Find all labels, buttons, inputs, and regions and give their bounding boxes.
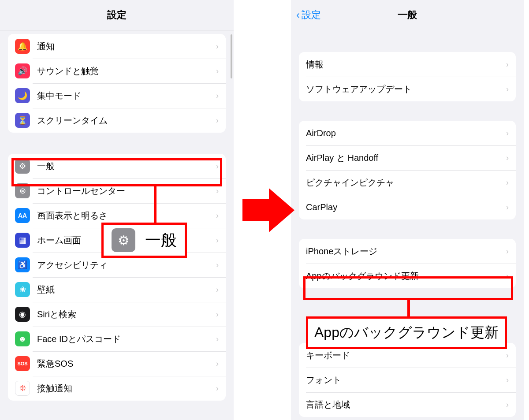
- chevron-right-icon: ›: [216, 359, 219, 368]
- row-label: サウンドと触覚: [37, 65, 216, 77]
- chevron-right-icon: ›: [216, 116, 219, 125]
- settings-group-2: ⚙ 一般 › ⊜ コントロールセンター › AA 画面表示と明るさ › ▦ ホー…: [8, 154, 226, 401]
- general-group-3: iPhoneストレージ › Appのバックグラウンド更新 ›: [299, 239, 516, 288]
- back-button[interactable]: ‹ 設定: [296, 8, 321, 22]
- row-software-update[interactable]: ソフトウェアアップデート ›: [299, 77, 516, 101]
- row-label: 集中モード: [37, 90, 216, 102]
- row-label: AirPlay と Handoff: [306, 152, 506, 164]
- row-label: 接触通知: [37, 383, 216, 394]
- row-label: CarPlay: [306, 202, 506, 212]
- row-general[interactable]: ⚙ 一般 ›: [8, 154, 226, 178]
- chevron-right-icon: ›: [216, 186, 219, 196]
- general-group-2: AirDrop › AirPlay と Handoff › ピクチャインピクチャ…: [299, 121, 516, 219]
- row-label: コントロールセンター: [37, 185, 216, 197]
- arrow-right-icon: [242, 186, 295, 234]
- row-label: 情報: [306, 59, 506, 71]
- accessibility-icon: ♿: [15, 257, 30, 272]
- row-label: ソフトウェアアップデート: [306, 83, 506, 95]
- chevron-right-icon: ›: [216, 310, 219, 319]
- hourglass-icon: ⏳: [15, 113, 30, 128]
- chevron-right-icon: ›: [506, 178, 509, 187]
- back-label: 設定: [302, 8, 321, 22]
- chevron-right-icon: ›: [216, 211, 219, 220]
- row-label: ピクチャインピクチャ: [306, 177, 506, 189]
- chevron-right-icon: ›: [216, 285, 219, 294]
- switches-icon: ⊜: [15, 183, 30, 198]
- chevron-right-icon: ›: [506, 60, 509, 69]
- row-label: アクセシビリティ: [37, 259, 216, 271]
- row-label: AirDrop: [306, 128, 506, 138]
- nav-bar: 設定: [0, 0, 234, 30]
- row-focus[interactable]: 🌙 集中モード ›: [8, 83, 226, 108]
- text-size-icon: AA: [15, 208, 30, 223]
- general-group-4: キーボード › フォント › 言語と地域 ›: [299, 343, 516, 417]
- scrollbar[interactable]: [231, 34, 232, 78]
- callout-text: Appのバックグラウンド更新: [314, 323, 499, 342]
- row-pip[interactable]: ピクチャインピクチャ ›: [299, 170, 516, 195]
- row-label: 通知: [37, 41, 216, 52]
- chevron-right-icon: ›: [216, 67, 219, 76]
- row-siri-search[interactable]: ◉ Siriと検索 ›: [8, 302, 226, 327]
- row-label: キーボード: [306, 349, 506, 361]
- chevron-right-icon: ›: [216, 42, 219, 51]
- row-wallpaper[interactable]: ❀ 壁紙 ›: [8, 277, 226, 302]
- row-label: Appのバックグラウンド更新: [306, 270, 506, 282]
- row-notifications[interactable]: 🔔 通知 ›: [8, 34, 226, 59]
- chevron-right-icon: ›: [506, 85, 509, 94]
- bell-icon: 🔔: [15, 39, 30, 54]
- row-exposure[interactable]: ❊ 接触通知 ›: [8, 376, 226, 401]
- face-id-icon: ☻: [15, 331, 30, 346]
- chevron-right-icon: ›: [506, 153, 509, 163]
- row-label: 一般: [37, 160, 216, 172]
- connector-line: [407, 300, 410, 319]
- row-airdrop[interactable]: AirDrop ›: [299, 121, 516, 145]
- chevron-right-icon: ›: [506, 247, 509, 256]
- chevron-right-icon: ›: [506, 375, 509, 385]
- row-carplay[interactable]: CarPlay ›: [299, 195, 516, 219]
- row-label: 画面表示と明るさ: [37, 210, 216, 222]
- general-group-1: 情報 › ソフトウェアアップデート ›: [299, 52, 516, 101]
- page-title: 一般: [398, 8, 417, 22]
- chevron-right-icon: ›: [506, 271, 509, 281]
- row-label: 緊急SOS: [37, 358, 216, 370]
- sos-icon: SOS: [15, 356, 30, 371]
- chevron-right-icon: ›: [216, 91, 219, 100]
- row-control-center[interactable]: ⊜ コントロールセンター ›: [8, 178, 226, 203]
- row-label: Siriと検索: [37, 308, 216, 320]
- row-background-app-refresh[interactable]: Appのバックグラウンド更新 ›: [299, 264, 516, 288]
- row-airplay-handoff[interactable]: AirPlay と Handoff ›: [299, 145, 516, 170]
- nav-bar: ‹ 設定 一般: [291, 0, 524, 30]
- siri-icon: ◉: [15, 307, 30, 322]
- chevron-right-icon: ›: [216, 162, 219, 171]
- chevron-right-icon: ›: [216, 384, 219, 393]
- row-fonts[interactable]: フォント ›: [299, 368, 516, 392]
- row-label: Face IDとパスコード: [37, 333, 216, 345]
- svg-marker-0: [242, 188, 294, 232]
- settings-screen-left: 設定 🔔 通知 › 🔊 サウンドと触覚 › 🌙 集中モード › ⏳ スクリーンタ…: [0, 0, 234, 420]
- row-sounds[interactable]: 🔊 サウンドと触覚 ›: [8, 59, 226, 83]
- row-about[interactable]: 情報 ›: [299, 52, 516, 77]
- row-faceid[interactable]: ☻ Face IDとパスコード ›: [8, 327, 226, 351]
- row-sos[interactable]: SOS 緊急SOS ›: [8, 351, 226, 376]
- chevron-right-icon: ›: [216, 335, 219, 344]
- row-label: iPhoneストレージ: [306, 245, 506, 257]
- general-screen-right: ‹ 設定 一般 情報 › ソフトウェアアップデート › AirDrop › Ai…: [291, 0, 524, 420]
- gear-icon: ⚙: [112, 228, 135, 252]
- chevron-right-icon: ›: [216, 260, 219, 270]
- page-title: 設定: [107, 8, 127, 22]
- row-screentime[interactable]: ⏳ スクリーンタイム ›: [8, 108, 226, 133]
- chevron-right-icon: ›: [506, 203, 509, 212]
- callout-general: ⚙ 一般: [101, 223, 187, 258]
- flower-icon: ❀: [15, 282, 30, 297]
- row-label: フォント: [306, 374, 506, 386]
- chevron-right-icon: ›: [506, 400, 509, 409]
- row-label: 壁紙: [37, 284, 216, 296]
- row-language-region[interactable]: 言語と地域 ›: [299, 392, 516, 417]
- chevron-right-icon: ›: [506, 129, 509, 138]
- speaker-icon: 🔊: [15, 63, 30, 78]
- chevron-left-icon: ‹: [296, 9, 300, 21]
- callout-bg-refresh: Appのバックグラウンド更新: [306, 316, 507, 349]
- chevron-right-icon: ›: [506, 351, 509, 360]
- row-iphone-storage[interactable]: iPhoneストレージ ›: [299, 239, 516, 264]
- chevron-right-icon: ›: [216, 236, 219, 245]
